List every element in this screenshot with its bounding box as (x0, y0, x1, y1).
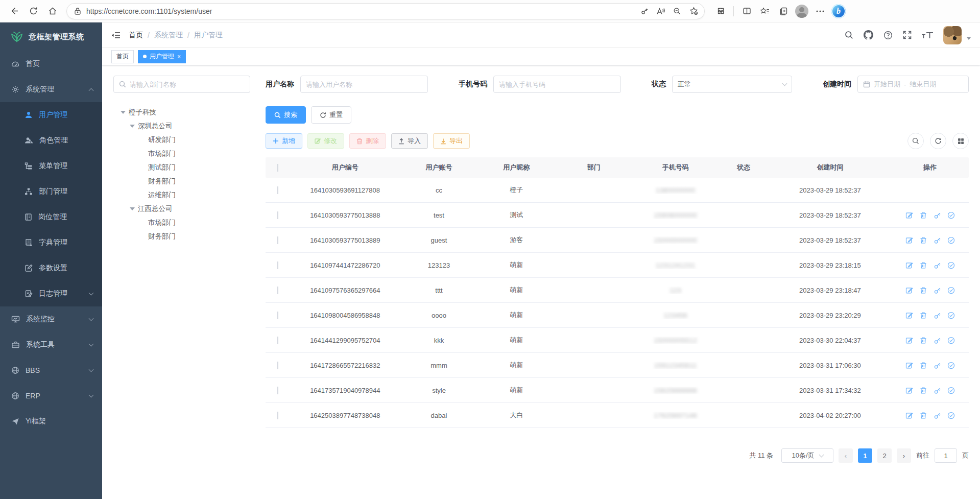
split-screen-icon[interactable] (738, 3, 755, 20)
browser-refresh-icon[interactable] (25, 3, 42, 20)
caret-down-icon[interactable] (121, 111, 126, 114)
import-button[interactable]: 导入 (391, 133, 428, 149)
username-input[interactable] (306, 81, 422, 88)
status-select[interactable]: 正常 (672, 76, 792, 93)
sidebar-item-menus[interactable]: 菜单管理 (0, 153, 102, 179)
add-favorite-icon[interactable] (686, 4, 701, 19)
row-delete-icon[interactable] (920, 287, 927, 294)
page-button-2[interactable]: 2 (877, 448, 892, 463)
row-edit-icon[interactable] (905, 262, 913, 269)
select-all-checkbox[interactable] (277, 164, 278, 172)
date-range-picker[interactable]: 开始日期 - 结束日期 (857, 76, 969, 93)
fullscreen-icon[interactable] (903, 31, 912, 39)
sidebar-item-home[interactable]: 首页 (0, 51, 102, 77)
row-reset-password-icon[interactable] (934, 387, 941, 394)
page-size-select[interactable]: 10条/页 (781, 448, 833, 463)
next-page-button[interactable]: › (897, 448, 911, 463)
tree-node[interactable]: 橙子科技 (113, 105, 250, 119)
row-checkbox[interactable] (277, 412, 278, 419)
tag-home[interactable]: 首页 (111, 50, 134, 63)
github-icon[interactable] (864, 30, 873, 40)
tree-node[interactable]: 深圳总公司 (113, 119, 250, 133)
caret-down-icon[interactable] (130, 207, 135, 210)
avatar-caret-icon[interactable] (967, 37, 971, 40)
goto-page-input[interactable] (935, 448, 957, 463)
row-edit-icon[interactable] (905, 312, 913, 319)
tag-user-management[interactable]: 用户管理 × (138, 50, 186, 63)
row-reset-password-icon[interactable] (934, 236, 941, 244)
row-edit-icon[interactable] (905, 387, 913, 394)
row-edit-icon[interactable] (905, 412, 913, 419)
row-delete-icon[interactable] (920, 236, 927, 244)
collections-icon[interactable] (775, 3, 792, 20)
tree-node[interactable]: 运维部门 (113, 188, 250, 202)
sidebar-item-parameters[interactable]: 参数设置 (0, 255, 102, 281)
caret-down-icon[interactable] (130, 125, 135, 128)
sidebar-item-yi-framework[interactable]: Yi框架 (0, 409, 102, 434)
row-assign-role-icon[interactable] (947, 337, 955, 344)
sidebar-item-logs[interactable]: 日志管理 (0, 281, 102, 306)
row-assign-role-icon[interactable] (947, 287, 955, 294)
row-edit-icon[interactable] (905, 362, 913, 369)
password-key-icon[interactable] (637, 4, 652, 19)
row-assign-role-icon[interactable] (947, 211, 955, 219)
row-checkbox[interactable] (277, 262, 278, 269)
row-checkbox[interactable] (277, 312, 278, 319)
page-button-1[interactable]: 1 (858, 448, 872, 463)
extensions-icon[interactable] (712, 3, 729, 20)
sidebar-fold-toggle[interactable] (111, 31, 121, 39)
font-size-icon[interactable] (922, 31, 933, 39)
sidebar-item-erp[interactable]: ERP (0, 383, 102, 409)
address-bar[interactable]: https://ccnetcore.com:1101/system/user (66, 3, 705, 19)
sidebar-item-monitor[interactable]: 系统监控 (0, 306, 102, 332)
row-reset-password-icon[interactable] (934, 211, 941, 219)
tag-close-icon[interactable]: × (177, 53, 181, 60)
user-avatar[interactable] (943, 26, 962, 44)
row-checkbox[interactable] (277, 236, 278, 244)
row-assign-role-icon[interactable] (947, 362, 955, 369)
row-delete-icon[interactable] (920, 362, 927, 369)
row-checkbox[interactable] (277, 387, 278, 394)
row-delete-icon[interactable] (920, 211, 927, 219)
row-delete-icon[interactable] (920, 262, 927, 269)
header-search-icon[interactable] (845, 31, 853, 39)
row-assign-role-icon[interactable] (947, 262, 955, 269)
sidebar-item-system[interactable]: 系统管理 (0, 77, 102, 102)
table-refresh-button[interactable] (930, 133, 946, 149)
edit-button[interactable]: 修改 (307, 133, 344, 149)
row-edit-icon[interactable] (905, 211, 913, 219)
row-edit-icon[interactable] (905, 236, 913, 244)
tree-node[interactable]: 市场部门 (113, 216, 250, 229)
zoom-out-icon[interactable] (670, 4, 685, 19)
sidebar-item-posts[interactable]: 岗位管理 (0, 204, 102, 230)
phone-input[interactable] (499, 81, 615, 88)
row-reset-password-icon[interactable] (934, 287, 941, 294)
row-checkbox[interactable] (277, 337, 278, 344)
sidebar-item-dictionaries[interactable]: 字典管理 (0, 230, 102, 255)
row-edit-icon[interactable] (905, 337, 913, 344)
delete-button[interactable]: 删除 (349, 133, 386, 149)
browser-home-icon[interactable] (44, 3, 61, 20)
row-checkbox[interactable] (277, 287, 278, 294)
read-aloud-icon[interactable] (653, 4, 668, 19)
row-checkbox[interactable] (277, 362, 278, 369)
row-reset-password-icon[interactable] (934, 262, 941, 269)
row-delete-icon[interactable] (920, 412, 927, 419)
favorites-bar-icon[interactable] (756, 3, 774, 20)
row-edit-icon[interactable] (905, 287, 913, 294)
tree-node[interactable]: 财务部门 (113, 229, 250, 243)
row-assign-role-icon[interactable] (947, 412, 955, 419)
row-assign-role-icon[interactable] (947, 236, 955, 244)
table-search-toggle-button[interactable] (907, 133, 924, 149)
row-checkbox[interactable] (277, 186, 278, 194)
tree-node[interactable]: 研发部门 (113, 133, 250, 147)
bing-chat-icon[interactable]: b (830, 3, 847, 20)
row-reset-password-icon[interactable] (934, 412, 941, 419)
browser-menu-icon[interactable] (811, 3, 829, 20)
export-button[interactable]: 导出 (433, 133, 470, 149)
sidebar-item-users[interactable]: 用户管理 (0, 102, 102, 128)
tree-node[interactable]: 市场部门 (113, 147, 250, 160)
row-delete-icon[interactable] (920, 387, 927, 394)
row-assign-role-icon[interactable] (947, 312, 955, 319)
row-delete-icon[interactable] (920, 337, 927, 344)
